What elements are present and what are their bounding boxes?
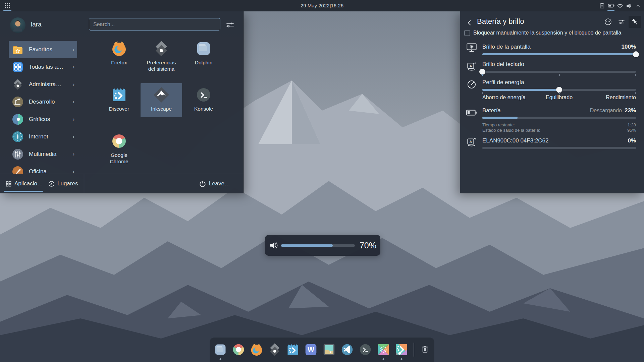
pin-icon <box>631 18 639 26</box>
expand-tray-button[interactable] <box>634 0 643 11</box>
tab-active-indicator <box>4 191 43 192</box>
running-indicator <box>401 358 402 360</box>
volume-osd: 70% <box>265 235 380 256</box>
screen-brightness-slider[interactable] <box>482 53 636 55</box>
category-multimedia[interactable]: Multimedia › <box>9 145 77 163</box>
development-icon <box>11 96 24 108</box>
screen-brightness-label: Brillo de la pantalla <box>482 44 531 50</box>
category-label: Oficina <box>29 168 72 174</box>
dock-dolphin[interactable] <box>213 342 228 357</box>
dock-separator <box>414 343 414 357</box>
volume-tray-button[interactable] <box>625 0 634 11</box>
system-settings-icon <box>267 342 282 357</box>
dock-konsole[interactable] <box>358 342 373 357</box>
clipboard-tray-button[interactable] <box>597 0 606 11</box>
pin-button[interactable] <box>629 16 641 28</box>
lock-suspend-label[interactable]: Bloquear manualmente la suspensión y el … <box>473 30 621 36</box>
app-label: Firefox <box>111 60 127 66</box>
category-internet[interactable]: Internet › <box>9 128 77 145</box>
detail-value: 95% <box>627 128 636 133</box>
dock-system-settings[interactable] <box>267 342 282 357</box>
dock-discover-alt[interactable] <box>394 342 409 357</box>
favorites-grid: Firefox Preferencias del sistema <box>95 37 229 174</box>
power-profile-slider[interactable] <box>482 89 636 91</box>
app-label: Inkscape <box>151 106 172 112</box>
peripheral-progressbar <box>482 147 636 149</box>
dock-wps-writer[interactable]: W <box>304 342 318 357</box>
app-konsole[interactable]: Konsole <box>183 83 224 117</box>
category-list: Favoritos › Todas las a… › <box>0 41 84 174</box>
dock-kvantum[interactable]: KV <box>376 342 391 357</box>
app-label: Preferencias del sistema <box>144 60 179 72</box>
app-firefox[interactable]: Firefox <box>98 37 140 71</box>
slider-handle[interactable] <box>633 51 639 57</box>
google-chrome-icon <box>231 342 246 357</box>
tab-lugares[interactable]: Lugares <box>48 174 78 193</box>
dock-vscode[interactable] <box>340 342 355 357</box>
tab-aplicaciones[interactable]: Aplicacio… <box>5 174 43 193</box>
chevron-left-icon <box>466 19 473 26</box>
stop-label: Rendimiento <box>606 95 636 101</box>
battery-percent: 23% <box>625 107 636 114</box>
configure-button[interactable] <box>616 16 627 28</box>
panel-title: Batería y brillo <box>477 17 524 26</box>
category-oficina[interactable]: Oficina › <box>9 163 77 174</box>
category-label: Gráficos <box>29 116 72 123</box>
peripheral-value: 0% <box>628 137 636 144</box>
user-name: lara <box>31 21 42 28</box>
user-avatar[interactable] <box>10 17 25 33</box>
battery-detail-row: Estado de salud de la batería: 95% <box>482 128 636 133</box>
chevron-right-icon: › <box>72 151 74 158</box>
clock[interactable]: 29 May 2022|16:26 <box>0 0 644 11</box>
battery-charge-icon <box>466 107 478 119</box>
dock-trash[interactable] <box>419 342 431 357</box>
system-tray <box>597 0 643 11</box>
inkscape-icon <box>152 86 170 104</box>
discover-alt-icon <box>394 342 409 357</box>
dock-google-chrome[interactable] <box>231 342 246 357</box>
app-inkscape[interactable]: Inkscape <box>141 83 182 117</box>
power-icon <box>199 180 206 187</box>
category-graficos[interactable]: Gráficos › <box>9 111 77 128</box>
battery-status-text: Descargando <box>590 108 622 114</box>
battery-icon <box>607 2 615 9</box>
applications-grid-icon <box>5 181 12 187</box>
dock-discover[interactable] <box>285 342 300 357</box>
internet-icon <box>11 130 24 143</box>
footer-divider <box>84 174 84 193</box>
category-desarrollo[interactable]: Desarrollo › <box>9 93 77 111</box>
desktop: 29 May 2022|16:26 <box>0 0 644 362</box>
svg-text:W: W <box>308 346 314 353</box>
dock-gwenview[interactable] <box>322 342 336 357</box>
app-dolphin[interactable]: Dolphin <box>183 37 224 71</box>
app-discover[interactable]: Discover <box>98 83 140 117</box>
lock-suspend-checkbox[interactable] <box>464 30 470 36</box>
keyboard-brightness-slider[interactable] <box>482 71 636 73</box>
power-profile-icon <box>466 78 478 90</box>
battery-tray-button[interactable] <box>606 0 615 11</box>
category-label: Favoritos <box>29 46 72 53</box>
keyboard-brightness-label: Brillo del teclado <box>482 61 524 68</box>
slider-tick <box>482 92 483 94</box>
status-icons-button[interactable] <box>602 16 614 28</box>
speaker-icon <box>269 241 278 250</box>
search-input[interactable] <box>89 18 220 31</box>
multimedia-icon <box>11 148 24 161</box>
category-favoritos[interactable]: Favoritos › <box>9 41 77 58</box>
vscode-icon <box>340 342 355 357</box>
kvantum-icon: KV <box>376 342 391 357</box>
clipboard-icon <box>599 2 605 9</box>
network-tray-button[interactable] <box>615 0 625 11</box>
category-administracion[interactable]: Administra… › <box>9 76 77 93</box>
svg-text:KV: KV <box>381 348 385 351</box>
dock-firefox[interactable] <box>249 342 264 357</box>
leave-button[interactable]: Leave… <box>199 174 230 193</box>
slider-tick <box>559 74 560 76</box>
category-todas-las-aplicaciones[interactable]: Todas las a… › <box>9 58 77 76</box>
app-google-chrome[interactable]: Google Chrome <box>98 129 140 164</box>
battery-tray-active-indicator <box>607 10 614 11</box>
search-filter-button[interactable] <box>225 20 235 29</box>
dolphin-icon <box>195 40 213 58</box>
app-preferencias-del-sistema[interactable]: Preferencias del sistema <box>141 37 182 71</box>
back-button[interactable] <box>465 18 474 27</box>
